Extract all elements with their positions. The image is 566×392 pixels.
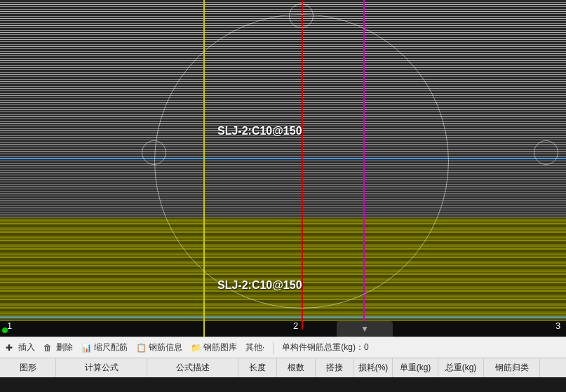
th-count: 根数 bbox=[277, 358, 316, 377]
rebar-library-icon: 📁 bbox=[191, 343, 201, 353]
small-circle-left bbox=[142, 140, 166, 165]
th-description: 公式描述 bbox=[147, 358, 238, 377]
th-loss: 损耗(%) bbox=[354, 358, 393, 377]
insert-button[interactable]: ✚ 插入 bbox=[6, 342, 35, 353]
th-formula: 计算公式 bbox=[56, 358, 147, 377]
chevron-down-icon: ▼ bbox=[361, 324, 369, 334]
th-rebar-type: 钢筋归类 bbox=[484, 358, 540, 377]
bottom-stripes-layer bbox=[0, 217, 566, 321]
blue-line-bottom bbox=[0, 317, 566, 318]
top-stripes-layer bbox=[0, 0, 566, 217]
others-label: 其他· bbox=[245, 342, 264, 353]
unit-weight-label: 单构件钢筋总重(kg)：0 bbox=[282, 342, 368, 353]
toolbar-separator bbox=[273, 342, 274, 354]
blue-line-top bbox=[0, 158, 566, 159]
rebar-library-button[interactable]: 📁 钢筋图库 bbox=[191, 342, 237, 353]
th-connect: 搭接 bbox=[316, 358, 354, 377]
rebar-info-label: 钢筋信息 bbox=[149, 342, 182, 353]
delete-button[interactable]: 🗑 删除 bbox=[43, 342, 73, 353]
vertical-magenta-line bbox=[363, 0, 365, 330]
number-marker-3: 3 bbox=[555, 320, 560, 331]
small-circle-top bbox=[289, 4, 314, 28]
scale-rebar-label: 缩尺配筋 bbox=[94, 342, 128, 353]
toolbar: ✚ 插入 🗑 删除 📊 缩尺配筋 📋 钢筋信息 📁 钢筋图库 其他· 单构件钢筋… bbox=[0, 337, 566, 358]
bottom-nav-control[interactable]: ▼ bbox=[337, 321, 393, 337]
rebar-library-label: 钢筋图库 bbox=[203, 342, 237, 353]
small-circle-right bbox=[534, 140, 558, 165]
number-marker-2: 2 bbox=[293, 320, 298, 331]
table-header: 图形 计算公式 公式描述 长度 根数 搭接 损耗(%) 单重(kg) 总重(kg… bbox=[0, 358, 566, 377]
th-length: 长度 bbox=[238, 358, 277, 377]
th-figure: 图形 bbox=[0, 358, 56, 377]
rebar-label-top: SLJ-2:C10@150 bbox=[217, 125, 302, 137]
scale-rebar-button[interactable]: 📊 缩尺配筋 bbox=[81, 342, 128, 353]
number-marker-1: 1 bbox=[7, 320, 12, 331]
rebar-info-icon: 📋 bbox=[136, 343, 146, 353]
th-total-weight: 总重(kg) bbox=[438, 358, 484, 377]
th-unit-weight: 单重(kg) bbox=[393, 358, 438, 377]
insert-icon: ✚ bbox=[6, 343, 15, 353]
vertical-yellow-line bbox=[203, 0, 205, 337]
rebar-info-button[interactable]: 📋 钢筋信息 bbox=[136, 342, 182, 353]
scale-rebar-icon: 📊 bbox=[81, 343, 91, 353]
delete-icon: 🗑 bbox=[43, 343, 53, 353]
insert-label: 插入 bbox=[18, 342, 35, 353]
cad-canvas: SLJ-2:C10@150 SLJ-2:C10@150 1 2 3 ▼ bbox=[0, 0, 566, 337]
others-button[interactable]: 其他· bbox=[245, 342, 264, 353]
delete-label: 删除 bbox=[56, 342, 73, 353]
rebar-label-bottom: SLJ-2:C10@150 bbox=[217, 279, 302, 292]
